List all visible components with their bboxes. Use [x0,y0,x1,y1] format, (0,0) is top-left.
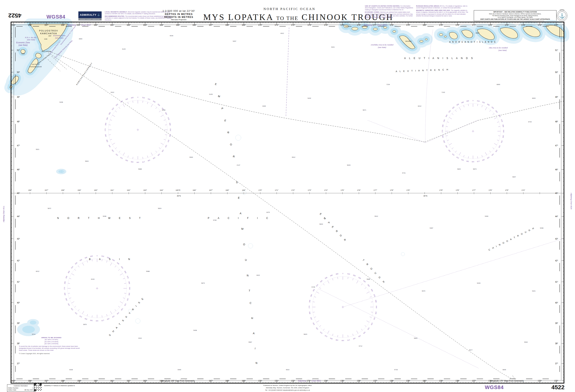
svg-text:330: 330 [325,277,328,280]
svg-text:5512: 5512 [292,156,295,158]
svg-text:260: 260 [64,292,66,295]
svg-text:350: 350 [90,255,93,257]
scale-labels: 155°156°157°158°Adjoining 159° Chart 451… [12,24,558,382]
svg-text:177°: 177° [472,380,476,382]
svg-text:5490: 5490 [178,369,181,370]
svg-text:6520: 6520 [532,97,536,99]
svg-text:179°: 179° [406,24,410,26]
svg-text:49°: 49° [17,96,20,98]
svg-text:130: 130 [120,308,124,311]
svg-text:Economic Zone: Economic Zone [16,42,30,44]
svg-text:160: 160 [353,337,356,340]
svg-text:010: 010 [101,255,104,257]
svg-text:49°: 49° [555,96,558,98]
svg-text:130: 130 [495,149,498,152]
svg-text:46°: 46° [17,169,20,171]
svg-text:175°: 175° [341,189,344,191]
svg-text:5704: 5704 [528,121,532,123]
svg-text:174°: 174° [324,380,328,382]
svg-text:KAMCHATKA: KAMCHATKA [40,32,57,35]
svg-text:330: 330 [456,103,459,106]
svg-text:C: C [249,302,252,305]
svg-text:4893: 4893 [79,38,82,40]
svg-text:060: 060 [370,289,373,292]
svg-text:172°: 172° [291,380,295,382]
svg-text:45°N: 45°N [177,195,181,197]
svg-text:E: E [224,119,227,122]
svg-text:5610: 5610 [286,369,289,370]
svg-text:44°: 44° [555,215,558,218]
svg-text:156°: 156° [28,380,32,382]
svg-text:330: 330 [79,259,82,261]
svg-text:179°: 179° [439,189,443,191]
svg-text:310: 310 [316,284,319,287]
svg-text:166°: 166° [192,189,196,191]
svg-text:210: 210 [120,156,123,159]
svg-text:176°: 176° [488,24,493,26]
svg-text:47°: 47° [555,145,558,147]
svg-text:E: E [215,82,217,86]
svg-text:174°: 174° [324,189,328,191]
svg-text:1675: 1675 [266,211,270,213]
svg-text:I: I [255,347,256,350]
svg-text:155°: 155° [12,24,16,26]
svg-text:5267: 5267 [233,40,236,42]
svg-text:158°: 158° [61,189,65,191]
svg-text:180°: 180° [423,24,427,26]
datum-label-bottom: WGS84 [485,384,504,391]
svg-text:161°: 161° [110,380,114,382]
svg-text:220: 220 [74,312,78,315]
svg-text:171°: 171° [275,24,279,26]
copyright-line: © Crown Copyright 2021. All rights reser… [19,353,84,355]
svg-text:140: 140 [157,153,160,156]
svg-text:310: 310 [71,266,74,269]
svg-text:5105: 5105 [209,93,213,95]
svg-text:5321: 5321 [532,290,536,292]
svg-text:157°: 157° [45,24,49,26]
svg-text:040: 040 [116,262,120,265]
imprint-line: Tel: +44 (0)1823 484444 helpdesk@ukho.go… [216,389,359,392]
svg-text:110: 110 [501,140,503,143]
svg-text:178°: 178° [390,380,394,382]
svg-text:163°: 163° [143,189,147,191]
chart-map: 155°156°157°158°Adjoining 159° Chart 451… [0,0,575,392]
note-coord: (51°30′N 179°00′E) [19,339,84,341]
svg-text:171°: 171° [275,189,279,191]
areas-to-be-avoided-note: AREAS TO BE AVOIDED (51°30′N 179°00′E) (… [19,337,84,355]
svg-text:165°E: 165°E [176,189,181,191]
svg-text:260: 260 [442,135,444,138]
svg-text:175°: 175° [505,24,509,26]
svg-text:080: 080 [128,281,130,284]
svg-text:290: 290 [106,117,109,120]
svg-text:130: 130 [367,327,370,330]
svg-text:7234: 7234 [386,84,390,85]
svg-text:350: 350 [131,97,134,99]
svg-text:O: O [230,143,232,146]
svg-text:030: 030 [153,100,156,103]
svg-text:120: 120 [165,145,168,148]
svg-text:177°: 177° [374,189,377,191]
svg-text:162°: 162° [127,24,131,26]
svg-text:200: 200 [84,318,87,320]
svg-text:39°: 39° [555,322,558,324]
svg-text:090: 090 [503,130,504,132]
svg-text:5633: 5633 [347,164,351,166]
svg-text:R: R [233,155,235,158]
svg-text:280: 280 [309,300,311,303]
svg-text:190: 190 [131,161,134,163]
svg-text:150: 150 [152,156,156,159]
svg-text:3345: 3345 [262,105,266,107]
svg-text:Atka Area to be Avoided: Atka Area to be Avoided [489,47,508,49]
imprint-line: Admiralty Way, Taunton, Somerset, TA1 2D… [216,387,359,389]
svg-text:Economic Zone: Economic Zone [53,35,66,37]
svg-text:A: A [240,212,242,215]
svg-text:165°: 165° [176,24,180,26]
svg-text:200: 200 [461,158,464,161]
svg-text:5590: 5590 [190,156,193,158]
svg-text:5248: 5248 [162,109,166,111]
svg-text:172°: 172° [554,24,558,26]
landmass [10,24,564,88]
svg-text:(see Note): (see Note) [378,46,386,48]
svg-text:173°: 173° [538,380,542,382]
svg-text:5603: 5603 [319,223,323,225]
